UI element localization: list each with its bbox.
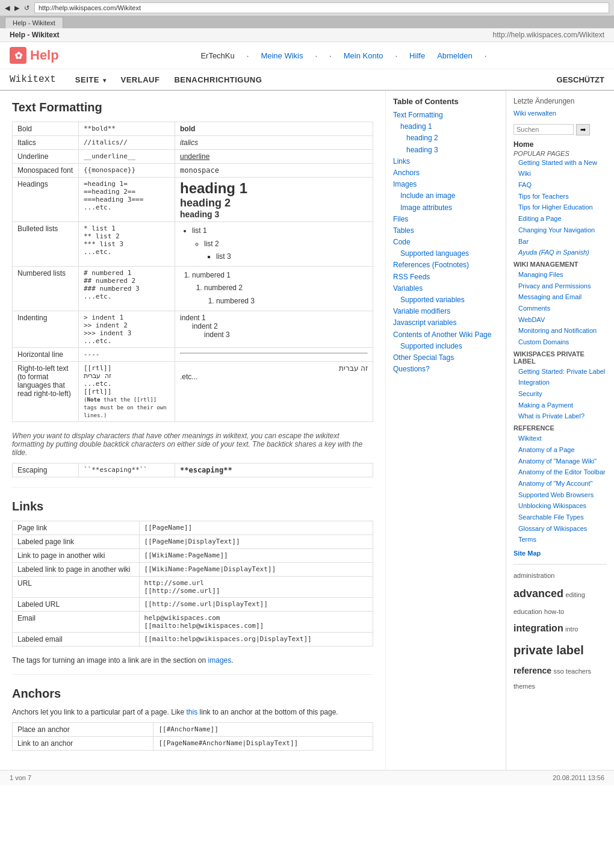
wiki-mgmt-link-1[interactable]: Managing Files (513, 269, 607, 281)
popular-link-2[interactable]: FAQ (513, 179, 607, 191)
table-row: Labeled email [[mailto:help@wikispaces.o… (13, 632, 373, 646)
wiki-mgmt-link-2[interactable]: Privacy and Permissions (513, 281, 607, 292)
reference-title: REFERENCE (513, 424, 607, 432)
wiki-mgmt-link-3[interactable]: Messaging and Email (513, 291, 607, 303)
popular-link-4[interactable]: Tips for Higher Education (513, 202, 607, 213)
ref-link-5[interactable]: Anatomy of "My Account" (513, 478, 607, 489)
toc-tables[interactable]: Tables (393, 225, 498, 237)
browser-back[interactable]: ◀ (5, 4, 10, 12)
table-row: Horizontal line ---- (13, 347, 373, 361)
monitoring-notification-link[interactable]: Monitoring and Notification (513, 325, 607, 336)
browser-tab[interactable]: Help - Wikitext (5, 17, 63, 28)
toc-rss[interactable]: RSS Feeds (393, 271, 498, 283)
toc-heading2[interactable]: heading 2 (393, 132, 498, 144)
popular-link-5[interactable]: Editing a Page (513, 213, 607, 225)
hilfe-link[interactable]: Hilfe (409, 51, 425, 60)
toc-image-attrs[interactable]: Image attributes (393, 202, 498, 214)
toc-links[interactable]: Links (393, 156, 498, 167)
private-link-5[interactable]: What is Private Label? (513, 411, 607, 422)
private-link-4[interactable]: Making a Payment (513, 400, 607, 411)
ref-link-2[interactable]: Anatomy of a Page (513, 444, 607, 456)
toc-include-image[interactable]: Include an image (393, 190, 498, 202)
toc-code[interactable]: Code (393, 237, 498, 248)
abmelden-link[interactable]: Abmelden (437, 51, 473, 60)
wiki-mgmt-link-5[interactable]: WebDAV (513, 314, 607, 326)
private-link-2[interactable]: Integration (513, 377, 607, 388)
toc-javascript-vars[interactable]: Javascript variables (393, 317, 498, 329)
popular-link-6[interactable]: Changing Your Navigation Bar (513, 225, 607, 247)
ref-link-7[interactable]: Unblocking Wikispaces (513, 500, 607, 512)
tag-howto[interactable]: how-to (544, 608, 564, 615)
toc-questions[interactable]: Questions? (393, 364, 498, 375)
escaping-wikitext: ``**escaping**`` (79, 463, 175, 477)
images-link[interactable]: images (208, 656, 232, 665)
nav-verlauf[interactable]: VERLAUF (114, 70, 167, 89)
tag-intro[interactable]: intro (565, 625, 578, 633)
tag-integration[interactable]: integration (513, 623, 563, 633)
table-row: Labeled URL [[http://some.url|DisplayTex… (13, 597, 373, 611)
search-button[interactable]: ➡ (576, 124, 590, 135)
ref-link-4[interactable]: Anatomy of the Editor Toolbar (513, 467, 607, 478)
tag-advanced[interactable]: advanced (513, 587, 563, 600)
meine-wikis-link[interactable]: Meine Wikis (261, 51, 303, 60)
tag-teachers[interactable]: teachers (566, 668, 591, 675)
browser-forward[interactable]: ▶ (14, 4, 19, 12)
toc-supported-includes[interactable]: Supported includes (393, 341, 498, 352)
ref-link-6[interactable]: Supported Web Browsers (513, 489, 607, 501)
browser-reload[interactable]: ↺ (24, 4, 29, 12)
escaping-label: Escaping (13, 463, 79, 477)
toc-variables[interactable]: Variables (393, 283, 498, 294)
toc-images[interactable]: Images (393, 179, 498, 190)
monospace-wikitext: {{monospace}} (79, 164, 175, 178)
hr-wikitext: ---- (79, 347, 175, 361)
wiki-verwalten-link[interactable]: Wiki verwalten (513, 108, 607, 119)
tag-editing[interactable]: editing (565, 591, 585, 598)
ref-link-1[interactable]: Wikitext (513, 433, 607, 444)
bold-result: bold (175, 122, 373, 136)
ref-link-9[interactable]: Glossary of Wikispaces Terms (513, 523, 607, 545)
toc-supported-langs[interactable]: Supported languages (393, 248, 498, 259)
toc-supported-vars[interactable]: Supported variables (393, 294, 498, 306)
toc-contents-other[interactable]: Contents of Another Wiki Page (393, 329, 498, 341)
toc-heading1[interactable]: heading 1 (393, 121, 498, 132)
separator: · (247, 51, 249, 60)
nav-benachrichtigung[interactable]: BENACHRICHTIGUNG (167, 70, 269, 89)
tag-reference[interactable]: reference (513, 666, 551, 675)
toc-references[interactable]: References (Footnotes) (393, 259, 498, 271)
labeled-email-wikitext: [[mailto:help@wikispaces.org|DisplayText… (139, 632, 373, 646)
ref-link-3[interactable]: Anatomy of "Manage Wiki" (513, 456, 607, 467)
toc-anchors[interactable]: Anchors (393, 167, 498, 179)
popular-link-7[interactable]: Ayuda (FAQ in Spanish) (513, 247, 607, 258)
tag-education[interactable]: education (513, 608, 542, 615)
home-section: Home POPULAR PAGES Getting Started with … (513, 140, 607, 559)
popular-link-1[interactable]: Getting Started with a New Wiki (513, 157, 607, 179)
toc-text-formatting[interactable]: Text Formatting (393, 110, 498, 121)
wiki-mgmt-link-7[interactable]: Custom Domains (513, 336, 607, 348)
main-content: Text Formatting Bold **bold** bold Itali… (0, 91, 385, 770)
private-link-1[interactable]: Getting Started: Private Label (513, 366, 607, 377)
monospace-label: Monospaced font (13, 164, 79, 178)
nav-seite[interactable]: SEITE ▾ (68, 70, 114, 89)
underline-wikitext: __underline__ (79, 150, 175, 164)
rtl-label: Right-to-left text(to formatlanguages th… (13, 361, 79, 421)
site-map-link[interactable]: Site Map (513, 548, 607, 559)
toc-other-special[interactable]: Other Special Tags (393, 352, 498, 364)
popular-link-3[interactable]: Tips for Teachers (513, 191, 607, 202)
links-heading: Links (12, 500, 373, 513)
wiki-mgmt-link-4[interactable]: Comments (513, 303, 607, 314)
underline-result: underline (175, 150, 373, 164)
tag-admin[interactable]: administration (513, 572, 554, 579)
tag-private-label[interactable]: private label (513, 643, 584, 657)
private-link-3[interactable]: Security (513, 388, 607, 400)
search-input[interactable] (513, 124, 574, 135)
tag-sso[interactable]: sso (553, 668, 563, 675)
header-nav: ErTechKu · Meine Wikis · · Mein Konto · … (83, 51, 604, 60)
header: ✿ Help ErTechKu · Meine Wikis · · Mein K… (0, 42, 614, 69)
tag-themes[interactable]: themes (513, 683, 535, 690)
toc-variable-modifiers[interactable]: Variable modifiers (393, 306, 498, 317)
toc-files[interactable]: Files (393, 214, 498, 225)
ref-link-8[interactable]: Searchable File Types (513, 512, 607, 523)
anchors-this-link[interactable]: this (187, 708, 198, 716)
mein-konto-link[interactable]: Mein Konto (344, 51, 383, 60)
toc-heading3[interactable]: heading 3 (393, 144, 498, 156)
